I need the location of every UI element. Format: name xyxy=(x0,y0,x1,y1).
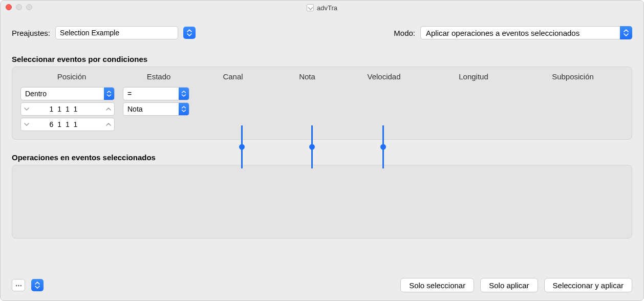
mode-label: Modo: xyxy=(394,29,415,37)
compare-op-value: = xyxy=(123,90,179,98)
conditions-row-3: 6 1 1 1 xyxy=(17,117,627,132)
position-from-value: 1 1 1 1 xyxy=(32,105,103,113)
stepper-down-button[interactable] xyxy=(21,123,32,126)
slider-knob[interactable] xyxy=(380,144,386,150)
header-estado: Estado xyxy=(123,72,195,81)
header-longitud: Longitud xyxy=(425,72,522,81)
position-from-stepper[interactable]: 1 1 1 1 xyxy=(20,102,115,116)
conditions-panel: Posición Estado Canal Nota Velocidad Lon… xyxy=(12,67,632,140)
mode-select[interactable]: Aplicar operaciones a eventos selecciona… xyxy=(420,26,620,39)
stepper-up-button[interactable] xyxy=(103,123,114,126)
select-only-label: Solo seleccionar xyxy=(409,281,465,290)
top-toolbar: Preajustes: Selection Example Modo: Apli… xyxy=(12,26,632,39)
position-to-value: 6 1 1 1 xyxy=(32,120,103,128)
stepper-down-button[interactable] xyxy=(21,107,32,111)
preset-field[interactable]: Selection Example xyxy=(55,26,178,39)
nota-slider[interactable] xyxy=(311,125,313,168)
chevron-updown-icon xyxy=(104,88,114,100)
close-window-button[interactable] xyxy=(6,4,12,10)
content-area: Preajustes: Selection Example Modo: Apli… xyxy=(1,15,643,300)
position-to-stepper[interactable]: 6 1 1 1 xyxy=(20,118,115,131)
select-and-apply-button[interactable]: Seleccionar y aplicar xyxy=(544,278,632,292)
mode-value: Aplicar operaciones a eventos selecciona… xyxy=(426,29,579,37)
select-only-button[interactable]: Solo seleccionar xyxy=(400,278,474,292)
type-select[interactable]: Nota xyxy=(123,102,189,116)
velocidad-slider[interactable] xyxy=(382,125,384,168)
apply-only-label: Solo aplicar xyxy=(489,281,529,290)
chevron-updown-icon xyxy=(179,103,189,115)
document-icon xyxy=(307,4,314,11)
header-canal: Canal xyxy=(195,72,271,81)
chevron-updown-icon xyxy=(179,88,189,100)
window-controls xyxy=(6,4,32,10)
slider-knob[interactable] xyxy=(239,144,245,150)
footer-bar: ⋯ Solo seleccionar Solo aplicar Seleccio… xyxy=(12,278,632,292)
header-nota: Nota xyxy=(271,72,343,81)
mode-menu-button[interactable] xyxy=(620,26,632,39)
compare-op-select[interactable]: = xyxy=(123,87,189,100)
preset-label: Preajustes: xyxy=(12,29,50,37)
select-and-apply-label: Seleccionar y aplicar xyxy=(553,281,624,290)
slider-knob[interactable] xyxy=(309,144,315,150)
header-posicion: Posición xyxy=(20,72,123,81)
window-title-wrap: advTra xyxy=(307,4,337,12)
conditions-row-1: Dentro = xyxy=(17,86,627,101)
minimize-window-button[interactable] xyxy=(16,4,22,10)
preset-value: Selection Example xyxy=(60,29,119,37)
conditions-headers: Posición Estado Canal Nota Velocidad Lon… xyxy=(17,72,627,86)
range-mode-select[interactable]: Dentro xyxy=(20,87,115,100)
conditions-row-2: 1 1 1 1 Nota xyxy=(17,101,627,117)
apply-only-button[interactable]: Solo aplicar xyxy=(480,278,538,292)
window-title: advTra xyxy=(317,4,337,12)
operations-section-title: Operaciones en eventos seleccionados xyxy=(12,153,632,162)
type-value: Nota xyxy=(123,105,179,113)
conditions-section-title: Seleccionar eventos por condiciones xyxy=(12,55,632,63)
title-bar: advTra xyxy=(1,1,643,15)
canal-slider[interactable] xyxy=(241,125,243,168)
operations-panel xyxy=(12,165,632,239)
stepper-up-button[interactable] xyxy=(103,107,114,111)
ellipsis-icon: ⋯ xyxy=(15,282,22,289)
options-button[interactable]: ⋯ xyxy=(12,279,25,291)
header-subposicion: Subposición xyxy=(522,72,624,81)
zoom-window-button[interactable] xyxy=(26,4,32,10)
preset-menu-button[interactable] xyxy=(183,27,196,39)
options-menu-button[interactable] xyxy=(31,279,44,291)
range-mode-value: Dentro xyxy=(21,90,104,98)
window: advTra Preajustes: Selection Example Mod… xyxy=(0,0,644,301)
header-velocidad: Velocidad xyxy=(343,72,425,81)
